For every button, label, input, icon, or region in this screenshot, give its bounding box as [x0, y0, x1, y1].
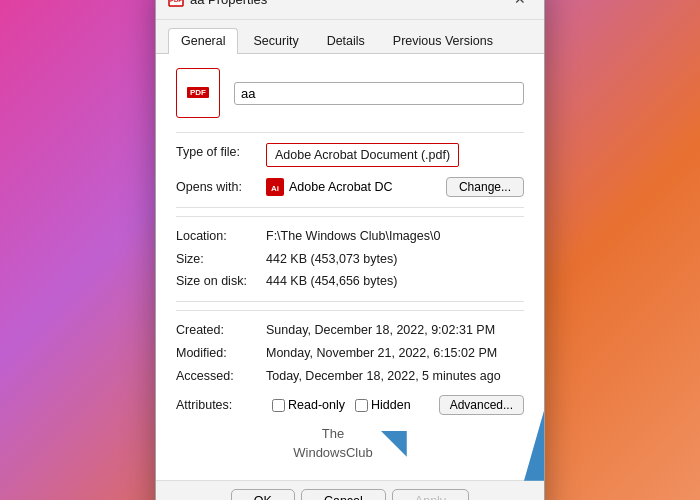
readonly-checkbox[interactable] — [272, 399, 285, 412]
opens-value: Ai Adobe Acrobat DC — [266, 178, 446, 196]
tab-content-general: PDF Type of file: Adobe Acrobat Document… — [156, 54, 544, 480]
apply-button[interactable]: Apply — [392, 489, 469, 500]
hidden-label: Hidden — [371, 398, 411, 412]
opens-app-name: Adobe Acrobat DC — [289, 180, 393, 194]
modified-label: Modified: — [176, 344, 266, 363]
type-value: Adobe Acrobat Document (.pdf) — [275, 148, 450, 162]
attributes-label: Attributes: — [176, 398, 266, 412]
svg-text:PDF: PDF — [170, 0, 182, 3]
acrobat-icon: Ai — [266, 178, 284, 196]
separator-1 — [176, 207, 524, 208]
location-value: F:\The Windows Club\Images\0 — [266, 227, 524, 246]
location-label: Location: — [176, 227, 266, 246]
type-value-highlight: Adobe Acrobat Document (.pdf) — [266, 143, 459, 167]
opens-label: Opens with: — [176, 180, 266, 194]
type-label: Type of file: — [176, 143, 266, 167]
location-section: Location: F:\The Windows Club\Images\0 S… — [176, 216, 524, 291]
size-value: 442 KB (453,073 bytes) — [266, 250, 524, 269]
modified-row: Modified: Monday, November 21, 2022, 6:1… — [176, 344, 524, 363]
change-button[interactable]: Change... — [446, 177, 524, 197]
tab-previous-versions[interactable]: Previous Versions — [380, 28, 506, 53]
tab-security[interactable]: Security — [240, 28, 311, 53]
title-bar: PDF aa Properties ✕ — [156, 0, 544, 20]
tab-general[interactable]: General — [168, 28, 238, 54]
size-row: Size: 442 KB (453,073 bytes) — [176, 250, 524, 269]
accessed-row: Accessed: Today, December 18, 2022, 5 mi… — [176, 367, 524, 386]
advanced-button[interactable]: Advanced... — [439, 395, 524, 415]
watermark-text: TheWindowsClub — [293, 425, 372, 461]
size-on-disk-label: Size on disk: — [176, 272, 266, 291]
modified-value: Monday, November 21, 2022, 6:15:02 PM — [266, 344, 524, 363]
attributes-row: Attributes: Read-only Hidden Advanced... — [176, 395, 524, 415]
hidden-checkbox[interactable] — [355, 399, 368, 412]
accessed-label: Accessed: — [176, 367, 266, 386]
readonly-label: Read-only — [288, 398, 345, 412]
pdf-badge: PDF — [187, 87, 209, 98]
accessed-value: Today, December 18, 2022, 5 minutes ago — [266, 367, 524, 386]
properties-dialog: PDF aa Properties ✕ General Security Det… — [155, 0, 545, 500]
ok-button[interactable]: OK — [231, 489, 295, 500]
dates-section: Created: Sunday, December 18, 2022, 9:02… — [176, 310, 524, 385]
size-on-disk-row: Size on disk: 444 KB (454,656 bytes) — [176, 272, 524, 291]
opens-row: Opens with: Ai Adobe Acrobat DC Change..… — [176, 177, 524, 197]
file-icon: PDF — [176, 68, 220, 118]
tab-details[interactable]: Details — [314, 28, 378, 53]
created-value: Sunday, December 18, 2022, 9:02:31 PM — [266, 321, 524, 340]
created-label: Created: — [176, 321, 266, 340]
dialog-title: aa Properties — [190, 0, 267, 7]
type-section: Type of file: Adobe Acrobat Document (.p… — [176, 132, 524, 197]
size-label: Size: — [176, 250, 266, 269]
svg-text:Ai: Ai — [271, 184, 279, 193]
size-on-disk-value: 444 KB (454,656 bytes) — [266, 272, 524, 291]
file-header: PDF — [176, 68, 524, 118]
cancel-button[interactable]: Cancel — [301, 489, 386, 500]
dialog-footer: OK Cancel Apply — [156, 480, 544, 500]
watermark-area: TheWindowsClub — [176, 415, 524, 467]
title-bar-left: PDF aa Properties — [168, 0, 267, 7]
type-row: Type of file: Adobe Acrobat Document (.p… — [176, 143, 524, 167]
location-row: Location: F:\The Windows Club\Images\0 — [176, 227, 524, 246]
title-pdf-icon: PDF — [168, 0, 184, 7]
separator-2 — [176, 301, 524, 302]
tab-bar: General Security Details Previous Versio… — [156, 20, 544, 54]
hidden-checkbox-wrap[interactable]: Hidden — [355, 398, 411, 412]
watermark-logo — [381, 431, 407, 457]
file-name-input[interactable] — [234, 82, 524, 105]
close-button[interactable]: ✕ — [508, 0, 532, 11]
created-row: Created: Sunday, December 18, 2022, 9:02… — [176, 321, 524, 340]
attributes-controls: Read-only Hidden Advanced... — [272, 395, 524, 415]
readonly-checkbox-wrap[interactable]: Read-only — [272, 398, 345, 412]
